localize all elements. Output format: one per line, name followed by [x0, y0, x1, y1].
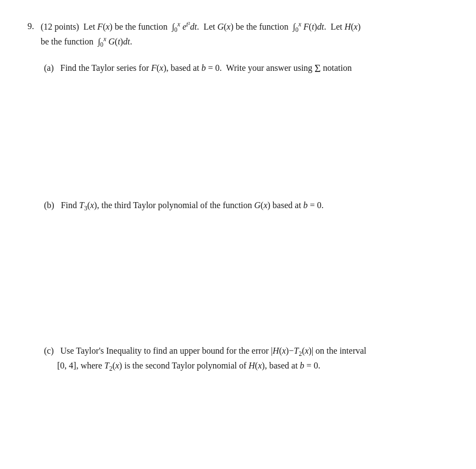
part-b: (b) Find T3(x), the third Taylor polynom…: [44, 198, 449, 213]
problem-text: (12 points) Let F(x) be the function ∫0x…: [41, 19, 449, 49]
problem-header: 9. (12 points) Let F(x) be the function …: [27, 19, 449, 49]
part-c-text: Use Taylor's Inequality to find an upper…: [44, 346, 367, 370]
part-b-label: (b): [44, 200, 59, 210]
part-a-answer-space: [27, 78, 449, 188]
part-c: (c) Use Taylor's Inequality to find an u…: [44, 343, 449, 373]
part-a: (a) Find the Taylor series for F(x), bas…: [44, 60, 449, 78]
points-label: (12 points): [41, 22, 81, 31]
part-a-text: Find the Taylor series for F(x), based a…: [60, 63, 352, 72]
part-a-label: (a): [44, 63, 58, 72]
h-intro-text: Let H(x): [328, 22, 361, 31]
h-continuation: be the function: [41, 37, 96, 46]
intro-text: Let F(x) be the function: [84, 22, 170, 31]
g-intro-text: Let G(x) be the function: [201, 22, 291, 31]
problem-container: 9. (12 points) Let F(x) be the function …: [22, 11, 454, 382]
part-b-text: Find T3(x), the third Taylor polynomial …: [61, 200, 324, 210]
integral-f: ∫0x et²dt.: [172, 22, 200, 31]
problem-number: 9.: [27, 19, 38, 34]
integral-g: ∫0x F(t)dt.: [293, 22, 326, 31]
part-b-answer-space: [27, 213, 449, 333]
integral-h: ∫0x G(t)dt.: [98, 37, 132, 46]
part-c-label: (c): [44, 346, 58, 355]
